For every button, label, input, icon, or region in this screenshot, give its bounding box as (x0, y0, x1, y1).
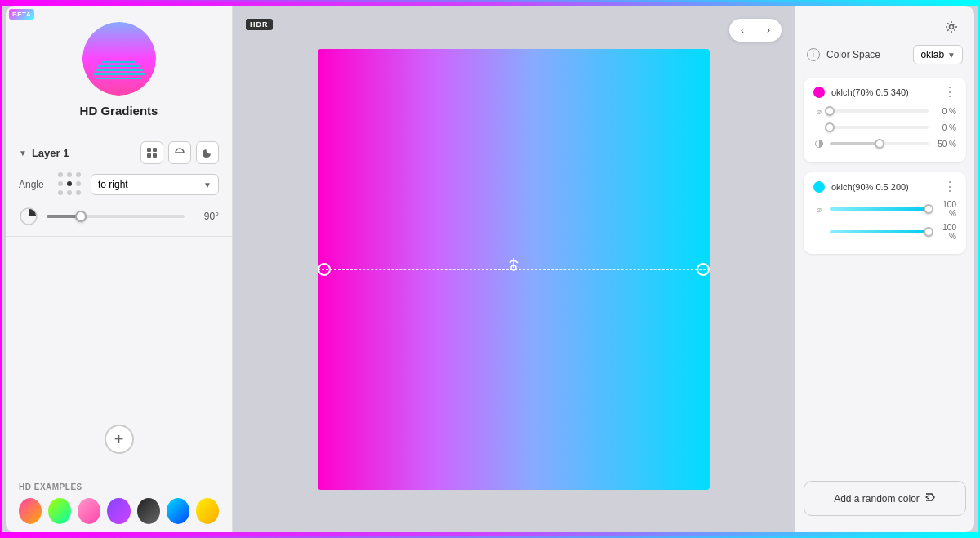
app-title: HD Gradients (80, 104, 158, 118)
svg-rect-2 (147, 153, 151, 158)
add-color-label: Add a random color (834, 493, 920, 505)
examples-title: HD EXAMPLES (19, 482, 219, 491)
link-icon-2 (813, 122, 825, 133)
opacity-icon-1 (813, 138, 825, 149)
add-layer-section: + (6, 411, 232, 460)
examples-section: HD EXAMPLES (6, 474, 232, 532)
color-stop-1-val-1: 0 % (933, 107, 956, 116)
color-stop-2-slider-2: 100 % (813, 223, 956, 241)
color-space-select[interactable]: oklab ▼ (913, 45, 963, 64)
sidebar-header: HD Gradients (6, 6, 232, 131)
half-circle-button[interactable] (168, 141, 191, 164)
link-icon-3: ⌀ (813, 203, 825, 215)
layer-icons (140, 141, 219, 164)
beta-badge: BETA (9, 9, 34, 20)
color-stop-2-track-1[interactable] (830, 207, 929, 211)
gear-icon (945, 20, 958, 33)
color-space-info-icon[interactable]: i (807, 48, 820, 61)
color-stop-1-track-3[interactable] (830, 142, 929, 145)
grid-view-button[interactable] (140, 141, 163, 164)
dot-ml (58, 181, 63, 186)
color-stop-2-slider-1: ⌀ 100 % (813, 200, 956, 218)
moon-button[interactable] (196, 141, 219, 164)
dot-bl (58, 190, 63, 195)
color-stop-card-2: oklch(90% 0.5 200) ⋮ ⌀ 100 % 100 % (804, 172, 966, 254)
app-wrapper: HD Gradients ▼ Layer 1 (6, 6, 974, 532)
layer-header: ▼ Layer 1 (19, 141, 219, 164)
swatch-green[interactable] (48, 498, 71, 524)
logo-circle (82, 22, 156, 96)
gradient-midpoint[interactable] (506, 256, 522, 278)
link-icon-4 (813, 226, 825, 238)
angle-chevron-icon: ▼ (203, 180, 212, 189)
add-layer-button[interactable]: + (105, 425, 134, 454)
hdr-badge: HDR (246, 19, 273, 30)
color-stop-1-name: oklch(70% 0.5 340) (831, 87, 937, 97)
gradient-canvas (318, 49, 710, 490)
link-icon-1: ⌀ (813, 105, 825, 117)
color-stop-1-track-2[interactable] (830, 126, 929, 129)
add-random-color-button[interactable]: Add a random color (804, 481, 966, 516)
color-stop-2-track-2[interactable] (830, 230, 929, 233)
swatch-yellow[interactable] (196, 498, 219, 524)
right-panel: i Color Space oklab ▼ oklch(70% 0.5 340)… (795, 6, 974, 532)
swatch-pink[interactable] (78, 498, 100, 524)
color-space-label: Color Space (826, 49, 880, 60)
shuffle-icon (924, 491, 936, 503)
swatch-purple[interactable] (107, 498, 130, 524)
color-space-chevron-icon: ▼ (947, 51, 956, 60)
svg-point-6 (950, 25, 954, 29)
nav-arrows: ‹ › (729, 19, 782, 42)
dot-tl (58, 172, 63, 177)
gradient-stop-right[interactable] (697, 263, 710, 276)
angle-row: Angle to right ▼ (19, 172, 219, 197)
color-stop-2-more-button[interactable]: ⋮ (943, 180, 956, 193)
color-stop-2-val-2: 100 % (933, 223, 956, 241)
dot-grid[interactable] (58, 172, 82, 197)
color-stop-1-slider-1: ⌀ 0 % (813, 105, 956, 117)
shuffle-icon (924, 491, 936, 505)
angle-slider-row: 90° (19, 207, 219, 226)
color-stop-2-header: oklch(90% 0.5 200) ⋮ (813, 180, 956, 193)
color-space-value: oklab (920, 49, 944, 60)
svg-rect-3 (153, 153, 157, 158)
midpoint-handle-icon (506, 256, 522, 274)
color-space-row: i Color Space oklab ▼ (795, 45, 974, 78)
gradient-stop-left[interactable] (318, 263, 331, 276)
dot-bm (67, 190, 72, 195)
layer-section: ▼ Layer 1 (6, 131, 232, 237)
layer-title-row: ▼ Layer 1 (19, 147, 69, 159)
dot-mr (76, 181, 81, 186)
swatch-blue[interactable] (167, 498, 189, 524)
logo-lines (82, 61, 156, 79)
moon-icon (202, 147, 213, 158)
layer-title: Layer 1 (32, 147, 69, 159)
color-stop-1-slider-3: 50 % (813, 138, 956, 149)
color-stop-1-dot (813, 87, 825, 98)
collapse-icon[interactable]: ▼ (19, 149, 27, 158)
dot-br (76, 190, 81, 195)
angle-select[interactable]: to right ▼ (91, 174, 219, 195)
examples-row (19, 498, 219, 524)
svg-rect-1 (153, 148, 157, 152)
color-stop-2-val-1: 100 % (933, 200, 956, 218)
opacity-icon (814, 139, 824, 149)
nav-next-button[interactable]: › (755, 19, 782, 42)
svg-rect-0 (147, 148, 151, 152)
nav-prev-button[interactable]: ‹ (729, 19, 755, 42)
angle-slider-track[interactable] (47, 215, 185, 218)
swatch-warm[interactable] (19, 498, 42, 524)
dot-tr (76, 172, 81, 177)
angle-degree-value: 90° (193, 211, 219, 222)
color-stop-1-header: oklch(70% 0.5 340) ⋮ (813, 86, 956, 99)
color-stop-1-track-1[interactable] (830, 109, 929, 113)
sidebar: HD Gradients ▼ Layer 1 (6, 6, 233, 532)
swatch-dark[interactable] (137, 498, 160, 524)
main-canvas: HDR ‹ › (233, 6, 795, 532)
color-stop-1-more-button[interactable]: ⋮ (943, 86, 956, 99)
settings-button[interactable] (940, 16, 963, 38)
angle-value: to right (98, 179, 128, 190)
grid-icon (146, 147, 158, 158)
section-spacer (795, 264, 974, 474)
color-stop-2-dot (813, 181, 825, 193)
